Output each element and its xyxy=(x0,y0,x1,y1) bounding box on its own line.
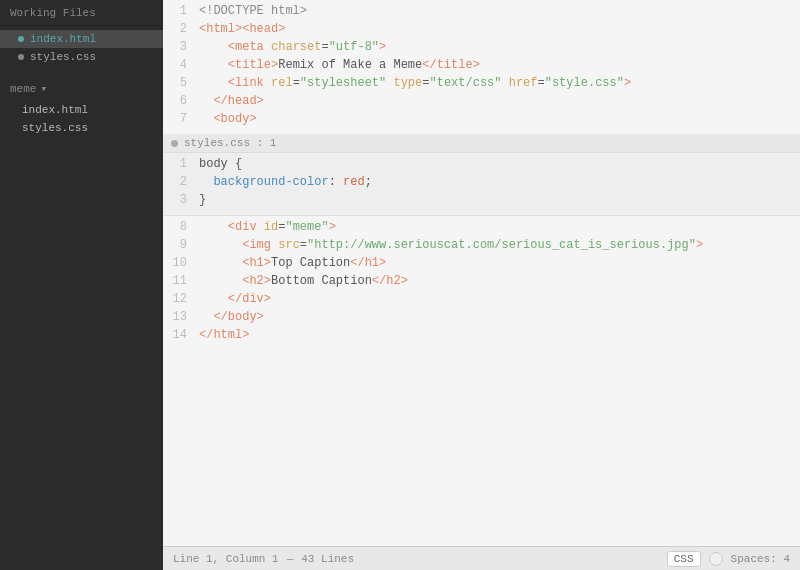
editor-empty-space[interactable] xyxy=(163,350,800,546)
html-lines-top[interactable]: 1 <!DOCTYPE html> 2 <html><head> 3 <meta… xyxy=(163,0,800,134)
code-line: 3 <meta charset="utf-8"> xyxy=(163,40,800,58)
css-section-label: styles.css : 1 xyxy=(184,137,276,149)
separator: — xyxy=(287,553,294,565)
code-line: 2 background-color: red; xyxy=(163,175,800,193)
code-line: 13 </body> xyxy=(163,310,800,328)
code-line: 10 <h1>Top Caption</h1> xyxy=(163,256,800,274)
code-line: 6 </head> xyxy=(163,94,800,112)
cursor-position: Line 1, Column 1 xyxy=(173,553,279,565)
sidebar-item-styles-css[interactable]: styles.css xyxy=(0,48,163,66)
sidebar-working-files: index.html styles.css xyxy=(0,26,163,70)
css-lines[interactable]: 1 body { 2 background-color: red; 3 } xyxy=(163,153,800,215)
sidebar-section-header: meme ▾ xyxy=(0,78,163,99)
code-line: 1 <!DOCTYPE html> xyxy=(163,4,800,22)
status-bar: Line 1, Column 1 — 43 Lines CSS Spaces: … xyxy=(163,546,800,570)
line-count: 43 Lines xyxy=(301,553,354,565)
section-file-styles[interactable]: styles.css xyxy=(0,119,163,137)
css-section: 1 body { 2 background-color: red; 3 } xyxy=(163,153,800,215)
section-arrow: ▾ xyxy=(40,82,47,95)
section-dot xyxy=(171,140,178,147)
sidebar-section-files: index.html styles.css xyxy=(0,99,163,139)
active-dot xyxy=(18,36,24,42)
section-label: meme xyxy=(10,83,36,95)
html-section-bottom: 8 <div id="meme"> 9 <img src="http://www… xyxy=(163,216,800,350)
status-circle xyxy=(709,552,723,566)
code-line: 4 <title>Remix of Make a Meme</title> xyxy=(163,58,800,76)
code-line: 11 <h2>Bottom Caption</h2> xyxy=(163,274,800,292)
code-line: 12 </div> xyxy=(163,292,800,310)
sidebar: Working Files index.html styles.css meme… xyxy=(0,0,163,570)
sidebar-header: Working Files xyxy=(0,0,163,26)
html-section-top: 1 <!DOCTYPE html> 2 <html><head> 3 <meta… xyxy=(163,0,800,134)
code-line: 14 </html> xyxy=(163,328,800,346)
code-line: 9 <img src="http://www.seriouscat.com/se… xyxy=(163,238,800,256)
code-line: 7 <body> xyxy=(163,112,800,130)
editor-area: 1 <!DOCTYPE html> 2 <html><head> 3 <meta… xyxy=(163,0,800,570)
sidebar-file-label: index.html xyxy=(30,33,96,45)
html-lines-bottom[interactable]: 8 <div id="meme"> 9 <img src="http://www… xyxy=(163,216,800,350)
sidebar-item-index-html[interactable]: index.html xyxy=(0,30,163,48)
code-line: 5 <link rel="stylesheet" type="text/css"… xyxy=(163,76,800,94)
css-section-header: styles.css : 1 xyxy=(163,134,800,153)
code-line: 3 } xyxy=(163,193,800,211)
sidebar-file-label: styles.css xyxy=(30,51,96,63)
inactive-dot xyxy=(18,54,24,60)
file-mode[interactable]: CSS xyxy=(667,551,701,567)
spaces-setting[interactable]: Spaces: 4 xyxy=(731,553,790,565)
code-line: 8 <div id="meme"> xyxy=(163,220,800,238)
code-line: 1 body { xyxy=(163,157,800,175)
code-line: 2 <html><head> xyxy=(163,22,800,40)
sidebar-section-meme: meme ▾ index.html styles.css xyxy=(0,78,163,139)
section-file-index[interactable]: index.html xyxy=(0,101,163,119)
